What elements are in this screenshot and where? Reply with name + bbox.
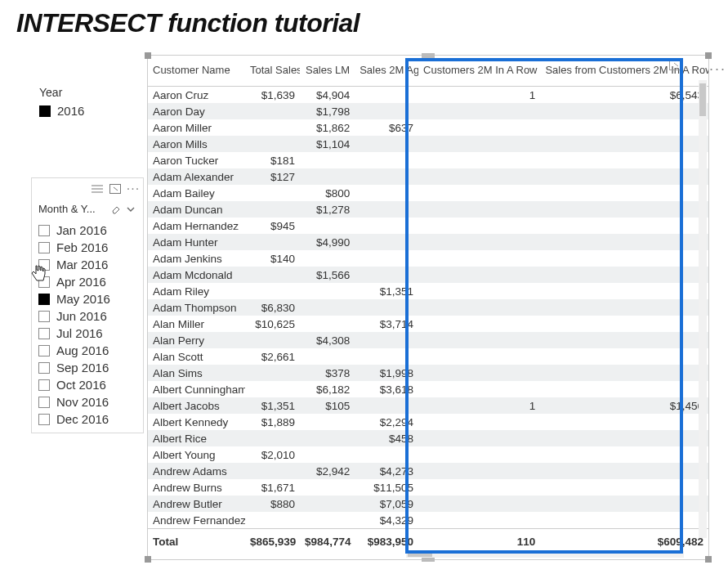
cell-lm: $2,942 [300,463,355,479]
table-row[interactable]: Albert Cunningham$6,182$3,618 [148,381,708,397]
month-item[interactable]: Apr 2016 [37,273,138,290]
table-row[interactable]: Adam Hernandez$945 [148,218,708,234]
checkbox-icon[interactable] [38,397,50,408]
table-row[interactable]: Andrew Butler$880$7,059 [148,496,708,512]
month-item[interactable]: Jan 2016 [37,222,138,239]
checkbox-icon[interactable] [38,414,50,425]
year-slicer-label: Year [39,86,137,99]
month-item[interactable]: Jun 2016 [37,307,138,325]
col-header-sales-customers-2m[interactable]: Sales from Customers 2M In A Row [540,56,708,87]
checkbox-icon[interactable] [38,328,50,339]
month-item[interactable]: Sep 2016 [37,359,138,376]
col-header-sales-2m-ago[interactable]: Sales 2M Ago [355,56,418,87]
month-item[interactable]: Aug 2016 [37,342,138,359]
checkbox-icon[interactable] [38,242,50,253]
table-row[interactable]: Alan Scott$2,661 [148,348,708,365]
month-item[interactable]: Mar 2016 [37,256,138,273]
resize-handle-icon[interactable] [705,556,712,563]
checkbox-icon[interactable] [38,311,50,322]
table-row[interactable]: Albert Kennedy$1,889$2,294 [148,414,708,430]
cursor-hand-icon [29,264,47,289]
table-row[interactable]: Aaron Day$1,798 [148,103,708,119]
table-row[interactable]: Adam Duncan$1,278 [148,201,708,218]
col-header-total-sales[interactable]: Total Sales [245,56,300,87]
chevron-down-icon[interactable] [125,204,136,215]
vertical-scrollbar[interactable] [699,80,707,538]
cell-ago [355,234,418,250]
table-row[interactable]: Adam Alexander$127 [148,168,708,185]
year-slicer-item[interactable]: 2016 [39,104,137,118]
col-header-customer[interactable]: Customer Name [148,56,245,87]
table-row[interactable]: Aaron Tucker$181 [148,152,708,168]
month-item[interactable]: Nov 2016 [37,393,138,410]
checkbox-icon[interactable] [38,379,50,391]
cell-c2m [418,299,540,316]
focus-mode-icon[interactable] [669,59,682,74]
cell-c2m [418,218,540,234]
cell-c2m [418,185,540,201]
table-row[interactable]: Adam Mcdonald$1,566 [148,267,708,283]
month-item[interactable]: Jul 2016 [37,325,138,342]
eraser-icon[interactable] [110,204,122,215]
more-options-icon[interactable]: ··· [127,182,140,195]
table-visual[interactable]: ··· Customer Name Total Sales Sales LM S… [147,55,709,560]
month-label: Apr 2016 [56,275,106,289]
cell-name: Aaron Miller [148,119,245,136]
cell-c2m [418,168,540,185]
table-row[interactable]: Aaron Cruz$1,639$4,9041$6,543 [148,87,708,104]
table-row[interactable]: Andrew Fernandez$4,329 [148,512,708,529]
month-item[interactable]: May 2016 [37,290,138,307]
cell-ts: $10,625 [245,316,300,332]
resize-handle-icon[interactable] [422,53,435,58]
col-header-customers-2m[interactable]: Customers 2M In A Row [418,56,540,87]
table-row[interactable]: Aaron Miller$1,862$637 [148,119,708,136]
table-row[interactable]: Albert Rice$458 [148,430,708,446]
cell-ts [245,234,300,250]
table-row[interactable]: Alan Perry$4,308 [148,332,708,348]
table-row[interactable]: Adam Bailey$800 [148,185,708,201]
data-table: Customer Name Total Sales Sales LM Sales… [148,56,708,554]
scroll-thumb[interactable] [408,552,432,557]
table-header-row[interactable]: Customer Name Total Sales Sales LM Sales… [148,56,708,87]
table-row[interactable]: Adam Thompson$6,830 [148,299,708,316]
checkbox-icon[interactable] [38,362,50,374]
focus-mode-icon[interactable] [109,182,122,195]
lines-icon[interactable] [91,182,104,195]
table-row[interactable]: Albert Young$2,010 [148,446,708,463]
cell-lm [300,479,355,496]
table-row[interactable]: Albert Jacobs$1,351$1051$1,456 [148,397,708,414]
horizontal-scrollbar[interactable] [406,551,684,558]
cell-ts: $181 [245,152,300,168]
month-item[interactable]: Oct 2016 [37,376,138,393]
cell-lm: $1,278 [300,201,355,218]
col-header-sales-lm[interactable]: Sales LM [300,56,355,87]
cell-lm: $105 [300,397,355,414]
year-slicer[interactable]: Year 2016 [39,86,137,118]
cell-lm [300,446,355,463]
checkbox-icon[interactable] [38,225,50,236]
table-row[interactable]: Andrew Adams$2,942$4,273 [148,463,708,479]
checkbox-icon[interactable] [38,345,50,357]
scroll-thumb[interactable] [699,83,706,116]
table-row[interactable]: Andrew Burns$1,671$11,505 [148,479,708,496]
resize-handle-icon[interactable] [705,52,712,59]
cell-sc2m [540,283,708,299]
table-row[interactable]: Alan Sims$378$1,998 [148,365,708,381]
month-item[interactable]: Feb 2016 [37,239,138,256]
table-row[interactable]: Aaron Mills$1,104 [148,136,708,152]
checkbox-checked-icon[interactable] [38,294,50,305]
table-row[interactable]: Adam Jenkins$140 [148,250,708,267]
month-label: Jan 2016 [56,223,107,237]
table-row[interactable]: Adam Hunter$4,990 [148,234,708,250]
slicer-header-toolbar: ··· [32,178,143,200]
table-row[interactable]: Alan Miller$10,625$3,714 [148,316,708,332]
cell-ago [355,218,418,234]
resize-handle-icon[interactable] [145,556,151,563]
month-slicer-card[interactable]: ··· Month & Y... Jan 2016Feb 2016Mar 201… [31,177,144,433]
table-row[interactable]: Adam Riley$1,351 [148,283,708,299]
resize-handle-icon[interactable] [145,52,151,59]
more-options-icon[interactable]: ··· [709,61,726,78]
slicer-field-header[interactable]: Month & Y... [32,200,143,220]
month-item[interactable]: Dec 2016 [37,410,138,428]
cell-sc2m [540,267,708,283]
